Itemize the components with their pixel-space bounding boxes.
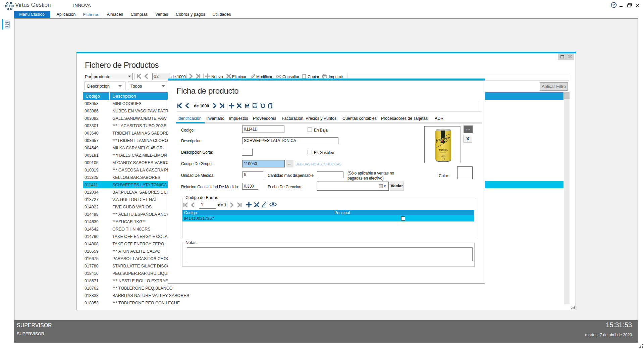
svg-text:TÓNICA: TÓNICA [439, 149, 447, 151]
svg-text:Cola: Cola [5, 23, 9, 25]
svg-text:?: ? [613, 3, 615, 7]
svg-text:NATURAL: NATURAL [441, 156, 446, 158]
svg-text:ORIGINAL: ORIGINAL [440, 152, 446, 153]
svg-text:100%: 100% [442, 155, 445, 156]
